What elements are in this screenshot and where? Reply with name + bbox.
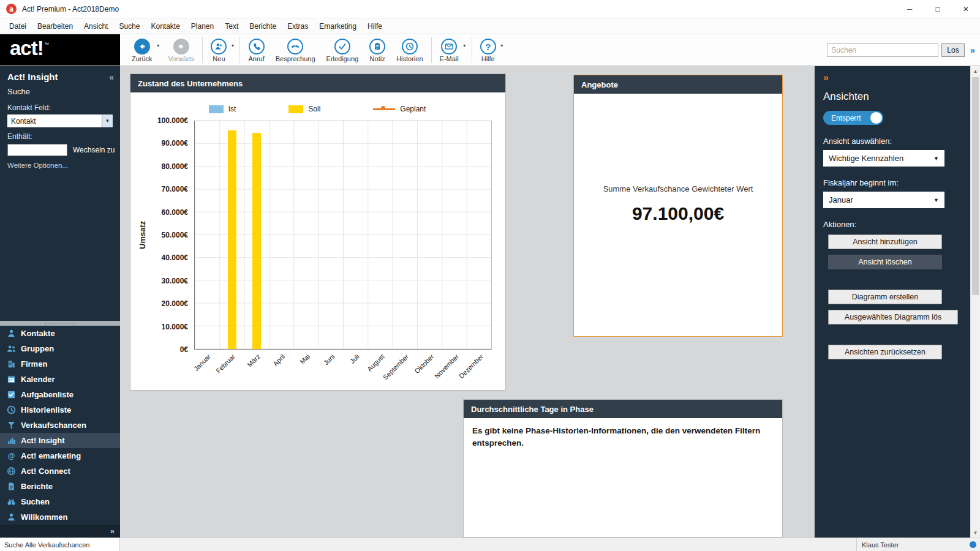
quotes-body: Summe Verkaufschance Gewichteter Wert 97… — [574, 72, 782, 336]
sidebar-collapse-icon[interactable]: « — [109, 72, 114, 82]
toolbar-button-besprechung[interactable]: Besprechung — [270, 37, 321, 63]
toolbar-button-neu[interactable]: ▼Neu — [205, 37, 237, 63]
toolbar-overflow-icon[interactable]: » — [968, 45, 978, 55]
toolbar-button-notiz[interactable]: Notiz — [364, 37, 391, 63]
sidebar-item-firmen[interactable]: Firmen — [0, 356, 120, 372]
dropdown-caret-icon[interactable]: ▼ — [462, 43, 467, 48]
search-input[interactable] — [827, 43, 938, 57]
toolbar-button-vorwärts[interactable]: Vorwärts — [163, 37, 200, 63]
sidebar-item-historienliste[interactable]: Historienliste — [0, 402, 120, 418]
sidebar-item-aufgabenliste[interactable]: Aufgabenliste — [0, 387, 120, 402]
toolbar-button-e-mail[interactable]: ▼E-Mail — [434, 37, 469, 63]
close-button[interactable]: ✕ — [952, 0, 980, 18]
maximize-button[interactable]: □ — [924, 0, 952, 18]
menu-kontakte[interactable]: Kontakte — [145, 18, 185, 34]
ansicht-löschen-button[interactable]: Ansicht löschen — [828, 255, 942, 269]
toolbar-button-anruf[interactable]: Anruf — [243, 37, 270, 63]
sidebar-item-act-emarketing[interactable]: @Act! emarketing — [0, 448, 120, 463]
panel-days-in-stage-header[interactable]: Durchschnittliche Tage in Phase — [464, 400, 782, 418]
fiscal-year-select[interactable]: Januar ▼ — [823, 192, 944, 208]
search-go-button[interactable]: Los — [941, 43, 964, 57]
y-axis-title: Umsatz — [135, 121, 149, 350]
toolbar-button-zurück[interactable]: ▼Zurück — [126, 37, 163, 63]
x-tick-label: Mai — [298, 353, 311, 365]
toolbar-button-label: Anruf — [248, 55, 264, 62]
combobox-dropdown-icon[interactable]: ▼ — [102, 114, 113, 127]
toolbar-button-erledigung[interactable]: Erledigung — [321, 37, 364, 63]
menu-hilfe[interactable]: Hilfe — [362, 18, 388, 34]
lock-toggle[interactable]: Entsperrt — [823, 111, 883, 125]
menu-ansicht[interactable]: Ansicht — [78, 18, 113, 34]
svg-text:@: @ — [7, 452, 15, 460]
legend-label: Soll — [308, 105, 320, 113]
menu-planen[interactable]: Planen — [186, 18, 219, 34]
panel-company-health-header[interactable]: Zustand des Unternehmens — [130, 74, 505, 92]
sidebar-item-label: Willkommen — [21, 512, 67, 522]
toolbar-button-label: Notiz — [370, 55, 385, 62]
sidebar-item-act-insight[interactable]: Act! Insight — [0, 433, 120, 448]
ausgewähltes-diagramm-lös-button[interactable]: Ausgewähltes Diagramm lös — [828, 310, 958, 324]
more-options-link[interactable]: Weitere Optionen... — [0, 159, 120, 172]
menu-extras[interactable]: Extras — [282, 18, 314, 34]
scrollbar-thumb[interactable] — [972, 77, 979, 295]
menu-text[interactable]: Text — [219, 18, 244, 34]
switch-to-button[interactable]: Wechseln zu — [73, 146, 115, 154]
chart-plot — [194, 121, 492, 350]
vertical-scrollbar[interactable]: ▲ ▼ — [970, 66, 980, 538]
legend-item-ist: Ist — [209, 105, 236, 113]
groups-icon — [6, 344, 16, 354]
sidebar-item-verkaufschancen[interactable]: Verkaufschancen — [0, 418, 120, 433]
dropdown-caret-icon[interactable]: ▼ — [500, 43, 504, 48]
sidebar-splitter[interactable]: ·········· — [0, 321, 120, 326]
insight-icon — [6, 436, 16, 446]
history-clock-icon — [402, 39, 418, 54]
y-tick-label: 30.000€ — [162, 277, 188, 285]
contact-field-combobox[interactable]: Kontakt ▼ — [7, 114, 113, 127]
toolbar-button-historien[interactable]: Historien — [391, 37, 428, 63]
act-logo-text: act — [10, 37, 37, 60]
menu-berichte[interactable]: Berichte — [244, 18, 282, 34]
scroll-down-icon[interactable]: ▼ — [971, 528, 980, 538]
dropdown-caret-icon[interactable]: ▼ — [230, 43, 235, 48]
tasklist-icon — [6, 390, 16, 400]
toolbar-button-label: E-Mail — [440, 55, 459, 62]
x-tick-label: Oktober — [413, 353, 435, 375]
sidebar-item-label: Gruppen — [21, 344, 54, 353]
legend-label: Ist — [228, 105, 236, 113]
sidebar-item-willkommen[interactable]: Willkommen — [0, 509, 120, 525]
ansicht-hinzufügen-button[interactable]: Ansicht hinzufügen — [828, 234, 942, 249]
menu-emarketing[interactable]: Emarketing — [314, 18, 362, 34]
contains-input[interactable] — [7, 144, 67, 156]
y-tick-label: 60.000€ — [162, 208, 188, 217]
scroll-up-icon[interactable]: ▲ — [971, 66, 980, 76]
minimize-button[interactable]: ─ — [895, 0, 924, 18]
menu-suche[interactable]: Suche — [113, 18, 145, 34]
x-tick-label: März — [246, 353, 262, 369]
dropdown-caret-icon[interactable]: ▼ — [156, 43, 160, 48]
toolbar-button-hilfe[interactable]: ?▼Hilfe — [475, 37, 507, 63]
ansichten-zurücksetzen-button[interactable]: Ansichten zurücksetzen — [828, 345, 942, 359]
sidebar-expand-icon[interactable]: » — [110, 527, 115, 536]
sidebar-item-gruppen[interactable]: Gruppen — [0, 341, 120, 356]
view-select[interactable]: Wichtige Kennzahlen ▼ — [823, 150, 944, 167]
sidebar-item-kalender[interactable]: Kalender — [0, 372, 120, 387]
sidebar-item-berichte[interactable]: Berichte — [0, 479, 120, 494]
toolbar-separator — [472, 37, 472, 63]
toggle-knob[interactable] — [870, 112, 882, 124]
diagramm-erstellen-button[interactable]: Diagramm erstellen — [828, 290, 942, 304]
window-controls: ─ □ ✕ — [895, 0, 980, 18]
sidebar-item-act-connect[interactable]: Act! Connect — [0, 463, 120, 479]
legend-label: Geplant — [400, 105, 426, 113]
y-tick-label: 20.000€ — [162, 299, 188, 308]
toolbar-button-label: Besprechung — [276, 55, 315, 62]
y-axis-ticks: 0€10.000€20.000€30.000€40.000€50.000€60.… — [149, 121, 194, 350]
toolbar: act!™ ▼ZurückVorwärts▼NeuAnrufBesprechun… — [0, 34, 980, 66]
menu-bearbeiten[interactable]: Bearbeiten — [32, 18, 78, 34]
menu-datei[interactable]: Datei — [4, 18, 32, 34]
right-panel-collapse-icon[interactable]: » — [823, 72, 962, 83]
contacts-icon — [6, 329, 16, 339]
sidebar-item-suchen[interactable]: Suchen — [0, 494, 120, 509]
panel-quotes: Angebote Summe Verkaufschance Gewichtete… — [573, 75, 783, 337]
sidebar-item-kontakte[interactable]: Kontakte — [0, 326, 120, 341]
app-body: Act! Insight « Suche Kontakt Feld: Konta… — [0, 66, 980, 538]
